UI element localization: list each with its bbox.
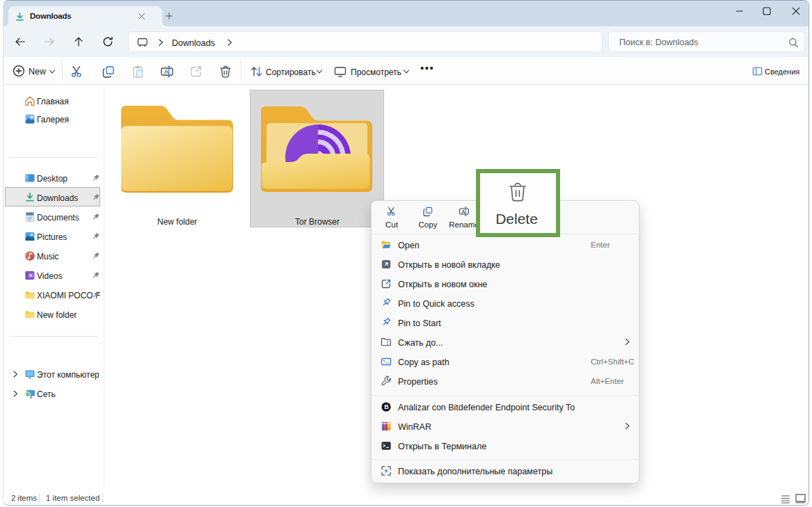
- svg-text:B: B: [384, 403, 389, 410]
- svg-text:A: A: [461, 209, 465, 215]
- svg-text:A: A: [164, 68, 168, 75]
